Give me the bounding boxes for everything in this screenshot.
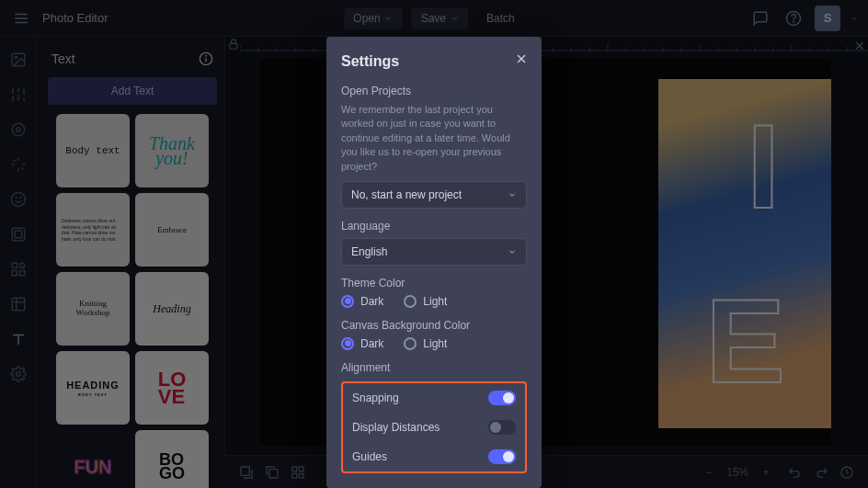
svg-rect-65: [241, 467, 249, 475]
history-icon[interactable]: [839, 464, 855, 481]
letter-i[interactable]: I: [747, 97, 780, 235]
svg-rect-70: [299, 473, 303, 478]
svg-point-28: [206, 55, 207, 56]
thumb-bogo[interactable]: BO GO: [135, 430, 209, 488]
open-projects-select[interactable]: No, start a new project: [341, 181, 527, 209]
svg-point-14: [16, 128, 20, 132]
display-distances-label: Display Distances: [352, 421, 440, 434]
chat-icon[interactable]: [748, 6, 772, 30]
thumb-heading-bold[interactable]: HEADINGBODY TEXT: [56, 351, 130, 425]
modal-title: Settings: [341, 53, 527, 70]
thumb-heading-cursive[interactable]: Heading: [135, 272, 209, 346]
guides-toggle[interactable]: [488, 449, 516, 464]
snapping-label: Snapping: [352, 392, 399, 404]
open-button[interactable]: Open: [344, 7, 402, 29]
theme-color-title: Theme Color: [341, 277, 527, 289]
svg-rect-68: [299, 467, 303, 471]
svg-rect-67: [292, 467, 297, 471]
letter-e[interactable]: E: [705, 272, 785, 410]
chevron-down-icon: [384, 14, 394, 23]
theme-light-radio[interactable]: Light: [404, 295, 447, 308]
layer-prev-icon[interactable]: [238, 464, 255, 481]
thumb-fun[interactable]: FUN: [56, 430, 130, 488]
rail-mask-icon[interactable]: [8, 294, 29, 314]
alignment-title: Alignment: [341, 361, 527, 374]
app-title: Photo Editor: [42, 11, 108, 25]
alignment-highlight: Snapping Display Distances Guides: [341, 381, 527, 473]
close-icon[interactable]: ×: [854, 37, 864, 56]
canvas-light-radio[interactable]: Light: [404, 337, 447, 350]
svg-point-4: [794, 21, 794, 22]
rail-image-icon[interactable]: [8, 50, 29, 70]
zoom-value: 15%: [726, 466, 748, 479]
rail-sparkle-icon[interactable]: [8, 154, 29, 175]
close-icon[interactable]: [512, 50, 531, 68]
batch-button[interactable]: Batch: [477, 7, 524, 29]
svg-rect-22: [12, 271, 17, 276]
zoom-out-icon[interactable]: −: [701, 464, 717, 481]
canvas-bg-title: Canvas Background Color: [341, 319, 527, 332]
canvas-dark-radio[interactable]: Dark: [341, 337, 383, 350]
svg-rect-29: [230, 43, 237, 49]
radio-on-icon: [341, 295, 354, 308]
language-select[interactable]: English: [341, 238, 527, 266]
language-title: Language: [341, 220, 527, 233]
svg-point-17: [19, 197, 20, 198]
rail-text-icon[interactable]: [8, 329, 29, 349]
chevron-down-icon: [508, 190, 517, 199]
add-text-button[interactable]: Add Text: [48, 77, 217, 105]
svg-rect-24: [12, 298, 25, 311]
panel-title: Text: [51, 51, 75, 66]
save-button[interactable]: Save: [412, 7, 468, 29]
info-icon[interactable]: [199, 51, 213, 66]
rail-face-icon[interactable]: [8, 189, 29, 210]
rail-frame-icon[interactable]: [8, 224, 29, 244]
rail-settings-icon[interactable]: [8, 364, 29, 384]
menu-icon[interactable]: [9, 6, 33, 30]
svg-point-6: [15, 56, 17, 58]
chevron-down-icon[interactable]: [850, 14, 859, 23]
zoom-in-icon[interactable]: +: [758, 464, 774, 481]
svg-point-13: [12, 123, 25, 136]
svg-rect-19: [15, 231, 22, 238]
help-icon[interactable]: [782, 6, 805, 30]
open-projects-title: Open Projects: [341, 85, 527, 97]
chevron-down-icon: [450, 14, 459, 23]
artwork[interactable]: I E: [658, 79, 831, 428]
guides-label: Guides: [352, 450, 387, 463]
avatar[interactable]: S: [815, 6, 840, 31]
theme-dark-radio[interactable]: Dark: [341, 295, 383, 308]
rail-adjust-icon[interactable]: [8, 85, 29, 105]
thumb-knitting[interactable]: Knitting Workshop: [56, 272, 130, 346]
svg-rect-18: [12, 228, 25, 241]
svg-point-16: [16, 197, 17, 198]
thumb-body-text[interactable]: Body text: [56, 114, 130, 187]
radio-off-icon: [404, 337, 417, 350]
chevron-down-icon: [508, 247, 517, 256]
svg-rect-66: [269, 469, 278, 477]
thumb-thank-you[interactable]: Thank you!: [135, 114, 209, 187]
lock-icon[interactable]: [227, 38, 240, 51]
svg-rect-69: [292, 473, 297, 478]
svg-rect-23: [19, 271, 24, 276]
layer-next-icon[interactable]: [264, 464, 280, 481]
rail-eye-icon[interactable]: [8, 119, 29, 140]
open-projects-desc: We remember the last project you worked …: [341, 103, 527, 174]
grid-view-icon[interactable]: [290, 464, 306, 481]
svg-point-21: [19, 263, 24, 267]
snapping-toggle[interactable]: [488, 391, 516, 405]
thumb-love[interactable]: LO VE: [135, 351, 209, 425]
rail-elements-icon[interactable]: [8, 259, 29, 279]
thumb-quote[interactable]: Darkness cannot drive out darkness; only…: [56, 193, 130, 267]
display-distances-toggle[interactable]: [488, 420, 516, 435]
svg-rect-20: [12, 263, 17, 267]
undo-icon[interactable]: [787, 464, 804, 481]
svg-point-15: [11, 193, 25, 207]
radio-off-icon: [404, 295, 417, 308]
thumb-embrace[interactable]: Embrace: [135, 193, 209, 267]
radio-on-icon: [341, 337, 354, 350]
settings-modal: Settings Open Projects We remember the l…: [326, 37, 542, 488]
svg-point-25: [16, 372, 20, 377]
redo-icon[interactable]: [813, 464, 829, 481]
